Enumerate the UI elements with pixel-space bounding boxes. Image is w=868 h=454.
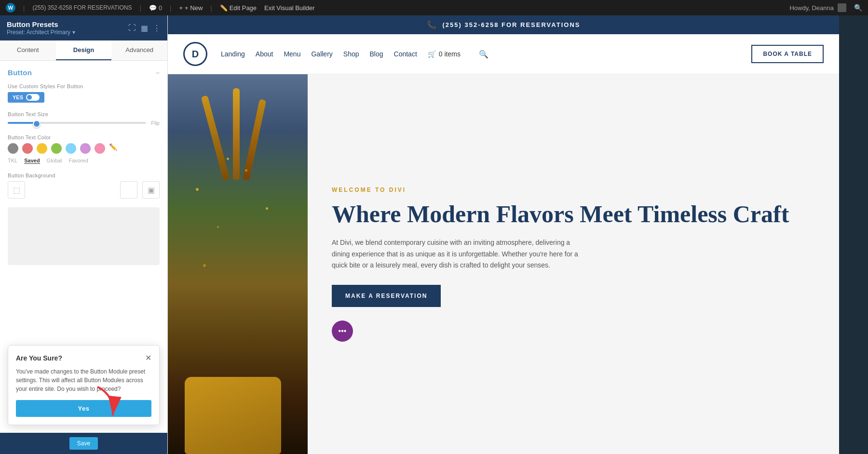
wp-logo-icon: W [8,5,13,11]
wp-logo[interactable]: W [6,3,15,13]
color-swatch-pink[interactable] [95,143,105,154]
sidebar-header: Button Presets Preset: Architect Primary… [0,15,167,40]
preview-area [8,207,160,265]
button-background-label: Button Background [8,173,160,178]
toggle-yes-btn[interactable]: YES [8,92,44,103]
grid-icon[interactable]: ▦ [141,24,148,33]
toggle-slider[interactable] [26,94,40,101]
new-button[interactable]: + + New [179,4,203,12]
search-icon-wp[interactable]: 🔍 [854,4,862,12]
reservation-button[interactable]: MAKE A RESERVATION [332,285,441,307]
color-swatch-light-green[interactable] [51,143,62,154]
color-swatch-yellow[interactable] [37,143,47,154]
more-icon[interactable]: ⋮ [153,24,161,33]
plus-icon: + [179,4,183,12]
button-section-header: Button − [8,68,160,77]
main-layout: Button Presets Preset: Architect Primary… [0,15,868,454]
comment-bubble[interactable]: 💬 0 [149,4,162,12]
nav-link-about[interactable]: About [256,50,273,58]
nav-link-contact[interactable]: Contact [394,50,417,58]
confirm-yes-button[interactable]: Yes [16,400,151,417]
cart-items-count: 0 items [439,50,461,58]
text-size-group: Button Text Size Flip [8,111,160,126]
tab-design-label: Design [73,46,94,53]
bg-image-icon[interactable]: ▣ [142,181,160,199]
exit-builder-button[interactable]: Exit Visual Builder [264,4,315,12]
wp-admin-bar: W | (255) 352-6258 FOR RESERVATIONS | 💬 … [0,0,868,15]
comment-icon: 💬 [149,4,157,12]
dots-icon: ••• [339,327,347,335]
color-tab-saved[interactable]: Saved [24,158,40,164]
color-tab-tkl[interactable]: TKL [8,158,17,164]
fullscreen-icon[interactable]: ⛶ [128,24,136,32]
slider-row: Flip [8,120,160,126]
book-table-button[interactable]: BOOK A TABLE [751,45,824,63]
separator2: | [139,4,141,12]
slider-value: Flip [151,120,160,126]
howdy-text: Howdy, Deanna [789,4,834,12]
toggle-text: YES [13,94,23,100]
color-swatches: ✏️ [8,143,160,154]
color-tab-global[interactable]: Global [47,158,62,164]
comment-count: 0 [159,4,162,12]
site-logo: D [183,42,207,66]
section-collapse-icon[interactable]: − [156,69,160,77]
logo-letter: D [192,49,199,60]
hero-subtitle: WELCOME TO DIVI [332,187,815,193]
color-pencil-icon[interactable]: ✏️ [109,143,117,154]
confirm-title: Are You Sure? [16,354,62,362]
confirm-close-button[interactable]: ✕ [145,353,151,362]
custom-styles-group: Use Custom Styles For Button YES [8,83,160,103]
hero-title: Where Modern Flavors Meet Timeless Craft [332,201,815,227]
tab-design[interactable]: Design [56,40,112,60]
tab-content[interactable]: Content [0,40,56,60]
phone-icon: 📞 [427,20,437,29]
toggle-row: YES [8,92,160,103]
color-swatch-purple[interactable] [80,143,91,154]
save-button[interactable]: Save [69,437,98,450]
user-avatar [838,3,846,12]
search-icon-site[interactable]: 🔍 [479,50,488,59]
bg-color-icon[interactable]: ⬚ [8,181,25,199]
confirm-dialog: Are You Sure? ✕ You've made changes to t… [8,345,160,425]
text-color-group: Button Text Color ✏️ TKL Saved Global Fa… [8,134,160,164]
bg-gradient-icon[interactable] [120,181,137,199]
color-tabs: TKL Saved Global Favored [8,158,160,164]
color-swatch-red[interactable] [22,143,33,154]
sidebar-header-text: Button Presets Preset: Architect Primary… [7,20,75,36]
right-panel [839,15,868,454]
edit-page-label: Edit Page [230,4,257,12]
nav-link-menu[interactable]: Menu [284,50,300,58]
nav-link-blog[interactable]: Blog [370,50,383,58]
howdy-section: Howdy, Deanna 🔍 [789,3,862,12]
edit-page-button[interactable]: ✏️ Edit Page [220,4,257,12]
nav-link-shop[interactable]: Shop [343,50,359,58]
custom-styles-label: Use Custom Styles For Button [8,83,160,89]
nav-link-landing[interactable]: Landing [221,50,245,58]
site-name[interactable]: (255) 352-6258 FOR RESERVATIONS [32,4,132,11]
site-topbar: 📞 (255) 352-6258 FOR RESERVATIONS [168,15,839,34]
separator3: | [170,4,171,12]
dropdown-icon[interactable]: ▾ [72,29,75,36]
divi-dots-button[interactable]: ••• [332,320,353,342]
color-swatch-light-blue[interactable] [66,143,76,154]
site-nav-links: Landing About Menu Gallery Shop Blog Con… [221,50,740,59]
sidebar-subtitle: Preset: Architect Primary ▾ [7,29,75,36]
hero-image [168,74,308,454]
button-background-group: Button Background ⬚ ▣ [8,173,160,199]
text-size-label: Button Text Size [8,111,160,117]
color-swatch-gray[interactable] [8,143,18,154]
hero-text-area: WELCOME TO DIVI Where Modern Flavors Mee… [308,74,839,454]
website-preview: 📞 (255) 352-6258 FOR RESERVATIONS D Land… [168,15,839,454]
tab-advanced[interactable]: Advanced [111,40,167,60]
separator: | [23,4,25,12]
button-section-title: Button [8,68,32,77]
header-icons: ⛶ ▦ ⋮ [128,24,161,33]
tab-advanced-label: Advanced [125,46,153,53]
cart-area[interactable]: 🛒 0 items [428,50,461,58]
sidebar-tabs: Content Design Advanced [0,40,167,61]
sidebar-bottom: Save [0,433,167,454]
text-size-slider[interactable] [8,122,146,124]
color-tab-favored[interactable]: Favored [68,158,88,164]
nav-link-gallery[interactable]: Gallery [311,50,332,58]
